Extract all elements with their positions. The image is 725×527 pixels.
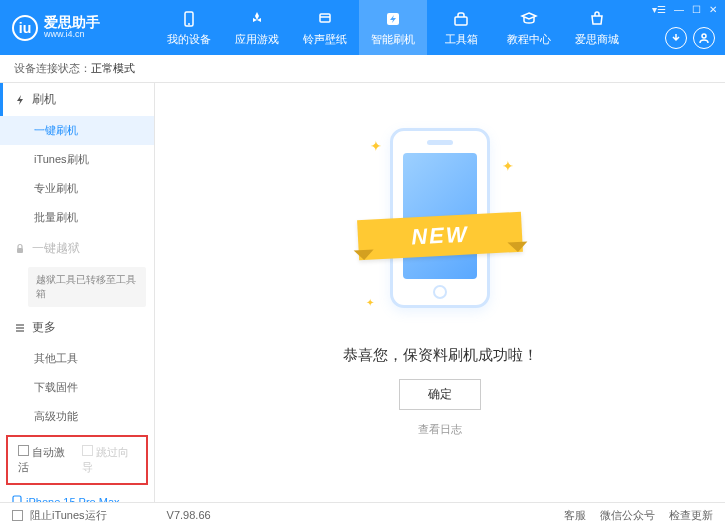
auto-activate-checkbox[interactable]: 自动激活 [18, 445, 72, 475]
sidebar-item-advanced[interactable]: 高级功能 [0, 402, 154, 431]
nav-my-device[interactable]: 我的设备 [155, 0, 223, 55]
footer-link-wechat[interactable]: 微信公众号 [600, 508, 655, 523]
sidebar-section-more[interactable]: 更多 [0, 311, 154, 344]
block-itunes-checkbox[interactable] [12, 510, 23, 521]
view-log-link[interactable]: 查看日志 [418, 422, 462, 437]
sidebar-section-jailbreak[interactable]: 一键越狱 [0, 232, 154, 265]
nav-label: 应用游戏 [235, 32, 279, 47]
main-content: ✦ ✦ ✦ NEW 恭喜您，保资料刷机成功啦！ 确定 查看日志 [155, 83, 725, 502]
nav-tutorial[interactable]: 教程中心 [495, 0, 563, 55]
maximize-icon[interactable]: ☐ [692, 4, 701, 15]
footer-link-update[interactable]: 检查更新 [669, 508, 713, 523]
tutorial-icon [519, 9, 539, 29]
minimize-icon[interactable]: — [674, 4, 684, 15]
download-button[interactable] [665, 27, 687, 49]
ringtone-icon [315, 9, 335, 29]
flash-icon [383, 9, 403, 29]
sidebar-item-download[interactable]: 下载固件 [0, 373, 154, 402]
confirm-button[interactable]: 确定 [399, 379, 481, 410]
success-message: 恭喜您，保资料刷机成功啦！ [343, 346, 538, 365]
status-value: 正常模式 [91, 61, 135, 76]
apps-icon [247, 9, 267, 29]
nav-flash[interactable]: 智能刷机 [359, 0, 427, 55]
user-button[interactable] [693, 27, 715, 49]
section-title: 刷机 [32, 91, 56, 108]
jailbreak-info: 越狱工具已转移至工具箱 [28, 267, 146, 307]
shop-icon [587, 9, 607, 29]
nav-label: 教程中心 [507, 32, 551, 47]
section-title: 一键越狱 [32, 240, 80, 257]
nav-label: 铃声壁纸 [303, 32, 347, 47]
device-icon [179, 9, 199, 29]
nav-label: 工具箱 [445, 32, 478, 47]
sidebar-item-batch[interactable]: 批量刷机 [0, 203, 154, 232]
sidebar-item-oneclick[interactable]: 一键刷机 [0, 116, 154, 145]
status-label: 设备连接状态： [14, 61, 91, 76]
sidebar-item-pro[interactable]: 专业刷机 [0, 174, 154, 203]
sidebar: 刷机 一键刷机 iTunes刷机 专业刷机 批量刷机 一键越狱 越狱工具已转移至… [0, 83, 155, 502]
footer-link-support[interactable]: 客服 [564, 508, 586, 523]
footer: 阻止iTunes运行 V7.98.66 客服 微信公众号 检查更新 [0, 502, 725, 527]
nav-toolbox[interactable]: 工具箱 [427, 0, 495, 55]
svg-rect-5 [455, 17, 467, 25]
sidebar-item-itunes[interactable]: iTunes刷机 [0, 145, 154, 174]
app-url: www.i4.cn [44, 30, 100, 40]
sidebar-item-other[interactable]: 其他工具 [0, 344, 154, 373]
logo-icon: iu [12, 15, 38, 41]
window-controls: ▾☰ — ☐ ✕ [652, 4, 717, 15]
phone-illustration: ✦ ✦ ✦ NEW [380, 128, 500, 328]
version-label: V7.98.66 [167, 509, 211, 521]
close-icon[interactable]: ✕ [709, 4, 717, 15]
flash-small-icon [14, 94, 26, 106]
menu-icon[interactable]: ▾☰ [652, 4, 666, 15]
nav-apps[interactable]: 应用游戏 [223, 0, 291, 55]
svg-point-6 [702, 34, 706, 38]
status-bar: 设备连接状态： 正常模式 [0, 55, 725, 83]
app-header: iu 爱思助手 www.i4.cn 我的设备 应用游戏 铃声壁纸 智能刷机 工具… [0, 0, 725, 55]
svg-rect-2 [320, 14, 330, 22]
block-itunes-label: 阻止iTunes运行 [30, 508, 107, 523]
skip-guide-checkbox[interactable]: 跳过向导 [82, 445, 136, 475]
new-ribbon: NEW [357, 212, 523, 261]
nav-ringtone[interactable]: 铃声壁纸 [291, 0, 359, 55]
nav-shop[interactable]: 爱思商城 [563, 0, 631, 55]
svg-rect-7 [17, 248, 23, 253]
section-title: 更多 [32, 319, 56, 336]
app-name: 爱思助手 [44, 15, 100, 30]
list-icon [14, 322, 26, 334]
toolbox-icon [451, 9, 471, 29]
lock-icon [14, 243, 26, 255]
top-nav: 我的设备 应用游戏 铃声壁纸 智能刷机 工具箱 教程中心 爱思商城 [155, 0, 631, 55]
sidebar-section-flash[interactable]: 刷机 [0, 83, 154, 116]
nav-label: 爱思商城 [575, 32, 619, 47]
nav-label: 智能刷机 [371, 32, 415, 47]
options-highlighted: 自动激活 跳过向导 [6, 435, 148, 485]
logo-area: iu 爱思助手 www.i4.cn [0, 15, 155, 41]
nav-label: 我的设备 [167, 32, 211, 47]
